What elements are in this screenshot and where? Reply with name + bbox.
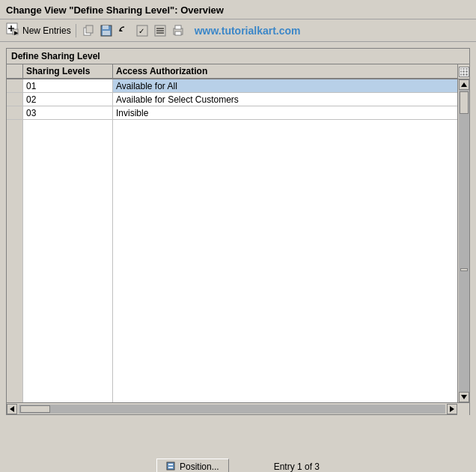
svg-text:✓: ✓ (138, 27, 144, 35)
save-icon[interactable] (99, 23, 114, 38)
page-title: Change View "Define Sharing Level": Over… (6, 4, 224, 16)
toolbar-separator (76, 24, 76, 37)
h-scroll-track[interactable] (19, 405, 445, 414)
scroll-down-button[interactable] (459, 392, 469, 402)
table-title: Define Sharing Level (7, 49, 469, 64)
details-icon[interactable] (153, 23, 168, 38)
entry-info: Entry 1 of 3 (274, 462, 320, 472)
table-row[interactable]: 03 Invisible (7, 106, 457, 120)
scroll-up-button[interactable] (459, 79, 469, 90)
empty-rows-area (7, 120, 457, 402)
horizontal-scrollbar[interactable] (7, 402, 469, 414)
svg-rect-8 (103, 25, 109, 29)
row-indicator (7, 93, 23, 106)
table-body-main: 01 Available for All 02 Available for Se… (7, 79, 457, 402)
table-scroll-area: 01 Available for All 02 Available for Se… (7, 79, 469, 402)
print-icon[interactable] (171, 23, 186, 38)
resize-handle[interactable] (459, 268, 469, 271)
cell-access-auth: Available for Select Customers (113, 93, 457, 106)
svg-rect-18 (175, 25, 181, 29)
new-entries-label: New Entries (22, 25, 71, 36)
copy-icon[interactable] (81, 23, 96, 38)
table-row[interactable]: 02 Available for Select Customers (7, 93, 457, 106)
indicator-col-header (7, 64, 23, 78)
position-icon (166, 462, 177, 472)
bottom-bar: Position... Entry 1 of 3 (0, 454, 476, 472)
vertical-scrollbar[interactable] (457, 79, 469, 402)
sharing-col-header: Sharing Levels (23, 64, 113, 78)
svg-rect-6 (86, 25, 93, 33)
cell-access-auth: Invisible (113, 106, 457, 119)
title-bar: Change View "Define Sharing Level": Over… (0, 0, 476, 19)
h-scroll-thumb[interactable] (20, 405, 50, 413)
watermark-text: www.tutorialkart.com (195, 25, 301, 37)
table-header: Sharing Levels Access Authorization (7, 64, 457, 79)
svg-rect-9 (103, 31, 110, 35)
scroll-right-button[interactable] (447, 404, 457, 414)
table-container: Define Sharing Level Sharing Levels Acce… (6, 48, 470, 415)
access-col-header: Access Authorization (113, 64, 457, 78)
toolbar: ▶ New Entries ✓ (0, 19, 476, 42)
scroll-track[interactable] (459, 90, 469, 392)
position-button-label: Position... (180, 462, 219, 472)
scroll-thumb[interactable] (460, 91, 469, 114)
position-button[interactable]: Position... (156, 459, 229, 472)
row-indicator (7, 106, 23, 119)
main-content: Define Sharing Level Sharing Levels Acce… (0, 42, 476, 454)
svg-rect-19 (175, 31, 181, 35)
table-row[interactable]: 01 Available for All (7, 79, 457, 93)
cell-sharing-level: 01 (23, 79, 113, 92)
cell-access-auth: Available for All (113, 79, 457, 92)
column-settings-icon[interactable] (457, 64, 469, 79)
row-indicator (7, 79, 23, 92)
new-entries-button[interactable]: ▶ New Entries (6, 22, 71, 38)
scroll-corner (457, 403, 469, 415)
svg-rect-20 (167, 462, 174, 470)
svg-rect-22 (168, 467, 173, 468)
undo-icon[interactable] (117, 23, 132, 38)
new-entries-icon: ▶ (6, 22, 19, 38)
check-icon[interactable]: ✓ (135, 23, 150, 38)
scroll-left-button[interactable] (7, 404, 17, 414)
cell-sharing-level: 03 (23, 106, 113, 119)
svg-rect-21 (168, 464, 173, 465)
cell-sharing-level: 02 (23, 93, 113, 106)
